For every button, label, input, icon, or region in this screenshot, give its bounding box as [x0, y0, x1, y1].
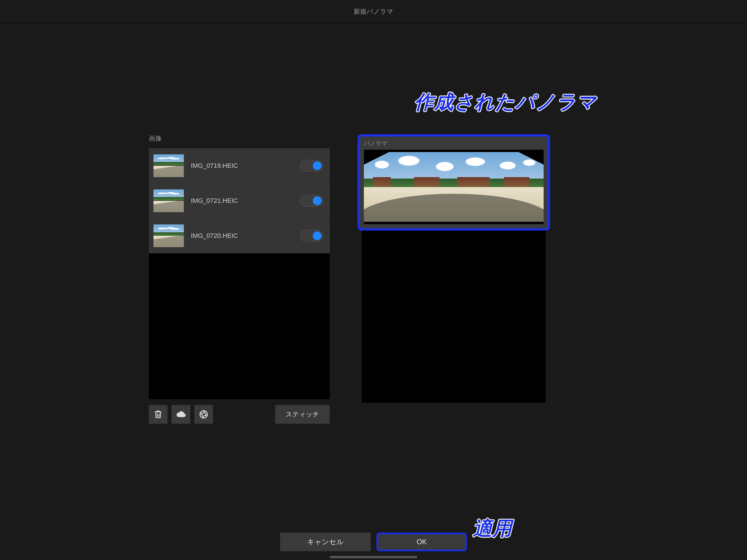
image-enable-toggle[interactable]	[300, 230, 323, 241]
images-toolbar: スティッチ	[149, 405, 330, 424]
ok-button[interactable]: OK	[377, 533, 467, 551]
panorama-dialog: 新規パノラマ 作成されたパノラマ 画像 IMG_0719.HEIC	[0, 0, 747, 560]
cancel-button[interactable]: キャンセル	[280, 533, 370, 551]
panorama-heading: パノラマ	[364, 139, 544, 147]
image-list: IMG_0719.HEIC IMG_0721.HEIC IMG_0720.HEI…	[149, 148, 330, 253]
dialog-title: 新規パノラマ	[354, 7, 393, 16]
image-row[interactable]: IMG_0720.HEIC	[149, 218, 330, 253]
panorama-empty-area	[362, 231, 546, 403]
panorama-panel: パノラマ	[357, 134, 550, 403]
image-filename: IMG_0719.HEIC	[191, 162, 300, 170]
image-thumbnail	[153, 224, 184, 247]
cloud-icon	[176, 409, 186, 419]
svg-point-0	[200, 411, 207, 418]
trash-icon	[153, 409, 163, 419]
stitch-button-label: スティッチ	[286, 410, 319, 419]
image-row[interactable]: IMG_0721.HEIC	[149, 183, 330, 218]
image-row[interactable]: IMG_0719.HEIC	[149, 148, 330, 183]
delete-button[interactable]	[149, 405, 168, 424]
image-list-empty-area	[149, 253, 330, 399]
images-heading: 画像	[149, 134, 330, 143]
image-filename: IMG_0721.HEIC	[191, 197, 300, 205]
image-thumbnail	[153, 154, 184, 177]
aperture-icon	[199, 409, 209, 419]
stitch-button[interactable]: スティッチ	[275, 405, 330, 424]
image-enable-toggle[interactable]	[300, 195, 323, 207]
cloud-button[interactable]	[172, 405, 190, 424]
home-indicator	[330, 556, 417, 558]
cancel-button-label: キャンセル	[307, 537, 344, 546]
image-filename: IMG_0720.HEIC	[191, 232, 300, 239]
dialog-footer: キャンセル OK	[0, 533, 747, 551]
settings-button[interactable]	[194, 405, 213, 424]
images-panel: 画像 IMG_0719.HEIC IMG_0721.HEIC	[149, 134, 330, 424]
title-bar: 新規パノラマ	[0, 0, 747, 23]
content-area: 作成されたパノラマ 画像 IMG_0719.HEIC IMG_0721.HEIC	[0, 23, 747, 560]
panorama-image	[364, 152, 544, 222]
panorama-preview-highlight: パノラマ	[357, 134, 550, 231]
ok-button-label: OK	[417, 538, 427, 546]
image-thumbnail	[153, 189, 184, 212]
annotation-created-panorama: 作成されたパノラマ	[414, 89, 597, 115]
panorama-preview[interactable]	[364, 150, 544, 224]
image-enable-toggle[interactable]	[300, 160, 323, 172]
